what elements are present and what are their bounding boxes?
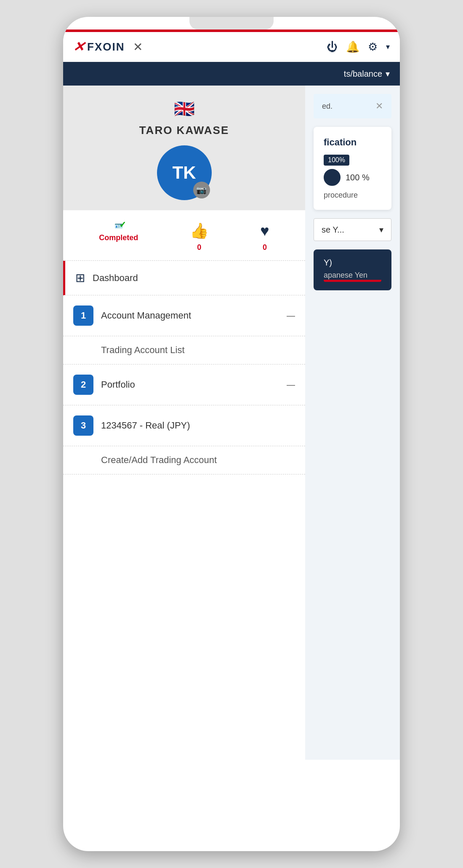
real-account-badge: 3 — [73, 415, 93, 436]
drawer-overlay: 🇬🇧 TARO KAWASE TK 📷 🪪 ✓ — [63, 86, 400, 760]
nav-item-portfolio[interactable]: 2 Portfolio — — [63, 364, 305, 405]
camera-icon: 📷 — [196, 185, 207, 195]
dashboard-grid-icon: ⊞ — [75, 271, 85, 285]
account-currency: apanese Yen — [324, 271, 381, 280]
currency-select-value: se Y... — [322, 225, 344, 235]
power-icon[interactable]: ⏻ — [327, 40, 338, 54]
stat-favorites: ♥ 0 — [260, 222, 269, 252]
real-account-num: 3 — [81, 420, 86, 431]
balance-chevron-icon: ▾ — [386, 69, 390, 79]
completed-label: Completed — [99, 233, 138, 242]
likes-value: 0 — [197, 243, 201, 252]
notification-text: ed. — [322, 102, 333, 111]
dropdown-chevron-icon: ▾ — [379, 225, 383, 235]
balance-label: ts/balance — [344, 69, 382, 79]
bell-icon[interactable]: 🔔 — [346, 40, 359, 54]
currency-select[interactable]: se Y... ▾ — [314, 218, 391, 241]
progress-circle — [324, 169, 341, 186]
stat-likes: 👍 0 — [190, 222, 209, 252]
progress-text: 100 % — [346, 173, 370, 182]
header-left: ✕ FXOIN ✕ — [73, 39, 143, 55]
user-name: TARO KAWASE — [73, 124, 295, 137]
real-account-label: 1234567 - Real (JPY) — [101, 420, 295, 431]
chevron-down-icon[interactable]: ▾ — [386, 42, 390, 51]
logo-x-icon: ✕ — [72, 39, 86, 55]
phone-notch — [189, 17, 274, 29]
collapse-icon: — — [287, 311, 295, 321]
id-card-icon: 🪪 ✓ — [114, 222, 123, 230]
favorites-value: 0 — [263, 243, 267, 252]
right-content: ed. ✕ fication 100% 100 % procedure se Y… — [305, 86, 400, 760]
close-button[interactable]: ✕ — [133, 40, 143, 54]
flag-icon: 🇬🇧 — [73, 99, 295, 119]
progress-bar-container: 100 % — [324, 169, 381, 186]
account-management-badge: 1 — [73, 305, 93, 326]
account-type: Y) — [324, 258, 381, 268]
verification-card: fication 100% 100 % procedure — [314, 127, 391, 210]
logo-text: FXOIN — [87, 40, 125, 54]
logo: ✕ FXOIN — [73, 39, 125, 55]
portfolio-collapse-icon: — — [287, 380, 295, 390]
notification-bar: ed. ✕ — [314, 94, 391, 118]
account-management-label: Account Management — [101, 310, 279, 321]
nav-bar: ts/balance ▾ — [63, 62, 400, 86]
nav-item-account-management[interactable]: 1 Account Management — — [63, 295, 305, 336]
portfolio-label: Portfolio — [101, 379, 279, 390]
progress-badge: 100% — [324, 155, 349, 166]
nav-item-dashboard[interactable]: ⊞ Dashboard — [63, 261, 305, 295]
account-management-num: 1 — [81, 310, 86, 321]
portfolio-num: 2 — [81, 379, 86, 390]
nav-item-create-account[interactable]: Create/Add Trading Account — [63, 446, 305, 474]
heart-icon: ♥ — [260, 222, 269, 240]
verification-title: fication — [324, 137, 381, 148]
nav-item-real-account[interactable]: 3 1234567 - Real (JPY) — [63, 405, 305, 446]
procedure-text: procedure — [324, 191, 381, 200]
avatar-container: TK 📷 — [157, 145, 212, 200]
account-card: Y) apanese Yen — [314, 249, 391, 290]
notification-close-button[interactable]: ✕ — [375, 101, 383, 112]
drawer: 🇬🇧 TARO KAWASE TK 📷 🪪 ✓ — [63, 86, 305, 760]
stat-completed: 🪪 ✓ Completed — [99, 222, 138, 252]
gear-icon[interactable]: ⚙ — [368, 40, 378, 54]
dashboard-label: Dashboard — [93, 273, 295, 284]
nav-items: ⊞ Dashboard 1 Account Management — Tradi… — [63, 261, 305, 474]
avatar-initials: TK — [173, 163, 196, 183]
profile-section: 🇬🇧 TARO KAWASE TK 📷 — [63, 86, 305, 210]
create-account-label: Create/Add Trading Account — [101, 455, 217, 465]
portfolio-badge: 2 — [73, 375, 93, 395]
trading-account-list-label: Trading Account List — [101, 345, 185, 355]
account-red-bar — [324, 280, 381, 282]
header: ✕ FXOIN ✕ ⏻ 🔔 ⚙ ▾ — [63, 32, 400, 62]
nav-item-trading-account-list[interactable]: Trading Account List — [63, 336, 305, 364]
stats-row: 🪪 ✓ Completed 👍 0 ♥ 0 — [63, 210, 305, 261]
balance-button[interactable]: ts/balance ▾ — [344, 69, 390, 79]
check-icon: ✓ — [119, 220, 126, 230]
avatar-camera-button[interactable]: 📷 — [193, 182, 210, 198]
thumbs-up-icon: 👍 — [190, 222, 209, 240]
header-right: ⏻ 🔔 ⚙ ▾ — [327, 40, 390, 54]
phone-frame: ✕ FXOIN ✕ ⏻ 🔔 ⚙ ▾ ts/balance ▾ 🇬🇧 TARO K… — [63, 17, 400, 851]
